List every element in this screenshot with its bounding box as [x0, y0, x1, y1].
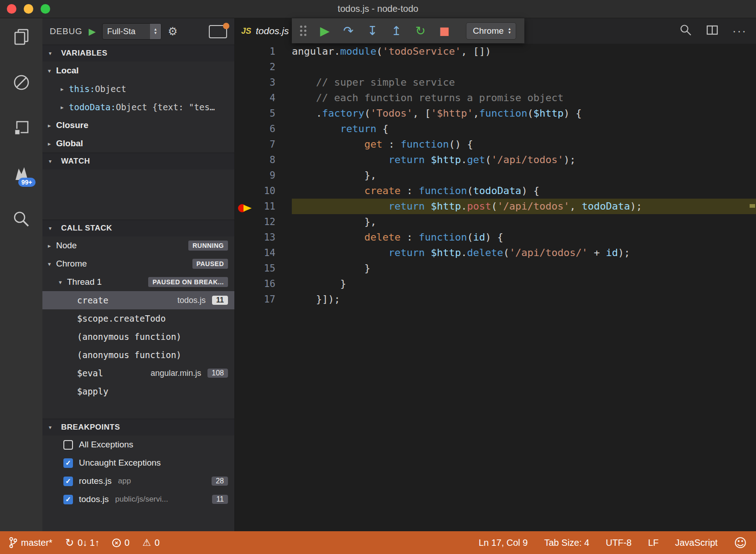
explorer-icon[interactable]	[11, 26, 32, 47]
step-out-button[interactable]: ↥	[391, 25, 402, 37]
code-line-text[interactable]	[292, 59, 756, 75]
variables-section-header[interactable]: ▾ VARIABLES	[42, 45, 234, 62]
code-line-text[interactable]: // each function returns a promise objec…	[292, 90, 756, 106]
chevron-down-icon[interactable]: ▾	[48, 261, 56, 267]
search-icon[interactable]	[11, 209, 32, 230]
code-line-text[interactable]: }]);	[292, 292, 756, 307]
errors-item[interactable]: × 0	[112, 538, 129, 548]
restart-button[interactable]: ↻	[415, 25, 426, 37]
circle-slash-icon[interactable]	[11, 72, 32, 93]
scope-row[interactable]: ▾Local	[42, 62, 234, 80]
line-number[interactable]: 15	[235, 261, 292, 276]
debug-session-row[interactable]: ▾ChromePAUSED	[42, 255, 234, 273]
code-line-text[interactable]: return $http.delete('/api/todos/' + id);	[292, 245, 756, 261]
continue-button[interactable]: ▶	[320, 25, 330, 37]
zoom-window-button[interactable]	[41, 4, 50, 14]
line-number[interactable]: 4	[235, 90, 292, 106]
stack-frame-row[interactable]: $evalangular.min.js108	[42, 364, 234, 382]
breakpoint-checkbox[interactable]: ✓	[63, 495, 73, 504]
stack-frame-row[interactable]: $scope.createTodo	[42, 309, 234, 328]
line-number[interactable]: 6	[235, 121, 292, 137]
encoding-indicator[interactable]: UTF-8	[606, 538, 632, 548]
line-number[interactable]: 10	[235, 183, 292, 199]
stop-button[interactable]: ■	[439, 26, 450, 36]
close-window-button[interactable]	[7, 4, 16, 14]
more-actions-icon[interactable]: ···	[732, 26, 747, 36]
warnings-item[interactable]: ⚠ 0	[142, 537, 160, 548]
debug-target-select[interactable]: Chrome ▲▼	[466, 22, 516, 40]
line-number[interactable]: 8	[235, 152, 292, 168]
step-over-button[interactable]: ↷	[343, 25, 354, 37]
variable-row[interactable]: ▸todoData: Object {text: "tes…	[42, 98, 234, 116]
call-stack-section-header[interactable]: ▾ CALL STACK	[42, 220, 234, 236]
gear-icon[interactable]: ⚙	[168, 25, 178, 38]
scope-row[interactable]: ▸Closure	[42, 116, 234, 134]
line-number[interactable]: 13	[235, 230, 292, 245]
code-line-text[interactable]: return $http.get('/api/todos');	[292, 152, 756, 168]
sync-item[interactable]: ↻ 0↓ 1↑	[65, 537, 99, 549]
code-line-text[interactable]: .factory('Todos', ['$http',function($htt…	[292, 106, 756, 121]
code-line-text[interactable]: get : function() {	[292, 137, 756, 152]
breakpoints-section-header[interactable]: ▾ BREAKPOINTS	[42, 419, 234, 436]
git-icon[interactable]: 99+	[11, 163, 32, 184]
watch-section-header[interactable]: ▾ WATCH	[42, 153, 234, 169]
breakpoint-row[interactable]: All Exceptions	[42, 436, 234, 454]
line-number[interactable]: 11	[235, 199, 292, 214]
language-indicator[interactable]: JavaScript	[675, 538, 717, 548]
tab-size-indicator[interactable]: Tab Size: 4	[544, 538, 590, 548]
stack-frame-row[interactable]: $apply	[42, 382, 234, 400]
variable-row[interactable]: ▸this: Object	[42, 80, 234, 98]
code-line-text[interactable]: create : function(todoData) {	[292, 183, 756, 199]
start-debug-button[interactable]: ▶	[89, 26, 96, 37]
breakpoint-row[interactable]: ✓Uncaught Exceptions	[42, 454, 234, 472]
code-line-text[interactable]: },	[292, 168, 756, 183]
line-number[interactable]: 14	[235, 245, 292, 261]
chevron-right-icon[interactable]: ▸	[48, 242, 56, 249]
stack-frame-row[interactable]: (anonymous function)	[42, 328, 234, 346]
cursor-position[interactable]: Ln 17, Col 9	[479, 538, 528, 548]
debug-console-icon[interactable]	[209, 25, 227, 38]
feedback-smiley-icon[interactable]: ☺	[734, 536, 747, 550]
line-number[interactable]: 7	[235, 137, 292, 152]
code-line-text[interactable]: angular.module('todoService', [])	[292, 44, 756, 59]
breakpoint-row[interactable]: ✓routes.jsapp28	[42, 472, 234, 490]
scope-row[interactable]: ▸Global	[42, 134, 234, 153]
code-line-text[interactable]: delete : function(id) {	[292, 230, 756, 245]
breakpoint-checkbox[interactable]: ✓	[63, 458, 73, 468]
eol-indicator[interactable]: LF	[648, 538, 658, 548]
line-number[interactable]: 16	[235, 276, 292, 292]
stack-frame-row[interactable]: createtodos.js11	[42, 291, 234, 309]
toolbar-drag-handle[interactable]	[300, 26, 306, 36]
step-into-button[interactable]: ↧	[367, 25, 378, 37]
code-line-text[interactable]: // super simple service	[292, 75, 756, 90]
code-line-text[interactable]: return $http.post('/api/todos', todoData…	[292, 199, 756, 214]
line-number[interactable]: 2	[235, 59, 292, 75]
stack-frame-row[interactable]: (anonymous function)	[42, 346, 234, 364]
launch-config-select[interactable]: Full-Sta ▲▼	[102, 23, 161, 40]
line-number[interactable]: 9	[235, 168, 292, 183]
line-number[interactable]: 12	[235, 214, 292, 230]
code-line-text[interactable]: return {	[292, 121, 756, 137]
chevron-right-icon[interactable]: ▸	[48, 140, 56, 147]
git-branch-item[interactable]: master*	[9, 537, 52, 549]
split-editor-icon[interactable]	[706, 24, 719, 38]
breakpoint-row[interactable]: ✓todos.jspublic/js/servi...11	[42, 490, 234, 508]
code-line-text[interactable]: }	[292, 261, 756, 276]
chevron-down-icon[interactable]: ▾	[59, 279, 67, 286]
line-number[interactable]: 5	[235, 106, 292, 121]
breakpoint-checkbox[interactable]	[63, 440, 73, 450]
find-icon[interactable]	[679, 24, 692, 38]
chevron-right-icon[interactable]: ▸	[61, 86, 69, 92]
breakpoint-checkbox[interactable]: ✓	[63, 477, 73, 486]
chevron-down-icon[interactable]: ▾	[48, 67, 56, 74]
minimize-window-button[interactable]	[24, 4, 33, 14]
chevron-right-icon[interactable]: ▸	[61, 104, 69, 111]
code-line-text[interactable]: }	[292, 276, 756, 292]
thread-row[interactable]: ▾Thread 1PAUSED ON BREAK...	[42, 273, 234, 291]
line-number[interactable]: 17	[235, 292, 292, 307]
debug-session-row[interactable]: ▸NodeRUNNING	[42, 236, 234, 255]
chevron-right-icon[interactable]: ▸	[48, 122, 56, 129]
line-number[interactable]: 1	[235, 44, 292, 59]
line-number[interactable]: 3	[235, 75, 292, 90]
extensions-icon[interactable]	[11, 118, 32, 138]
